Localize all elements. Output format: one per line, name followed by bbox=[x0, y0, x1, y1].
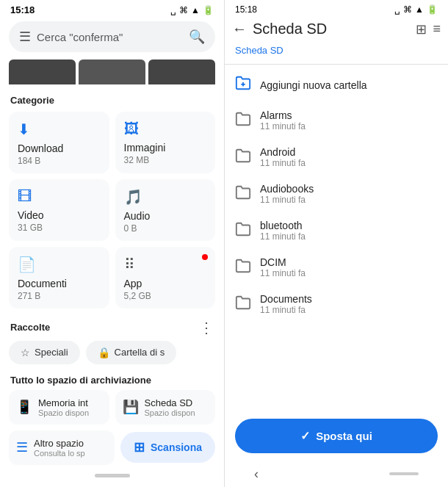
file-item-audiobooks[interactable]: Audiobooks 11 minuti fa bbox=[225, 176, 448, 212]
altro-icon: ☰ bbox=[16, 439, 28, 455]
download-icon: ⬇ bbox=[18, 120, 101, 138]
altro-sub: Consulta lo sp bbox=[34, 449, 85, 458]
file-item-android[interactable]: Android 11 minuti fa bbox=[225, 139, 448, 176]
cat-name-immagini: Immagini bbox=[124, 142, 207, 154]
raccolte-header: Raccolte ⋮ bbox=[0, 311, 224, 341]
category-card-download[interactable]: ⬇ Download 184 B bbox=[9, 112, 109, 173]
file-item-bluetooth[interactable]: bluetooth 11 minuti fa bbox=[225, 212, 448, 249]
category-card-immagini[interactable]: 🖼 Immagini 32 MB bbox=[115, 112, 216, 173]
collection-chip-cartella[interactable]: 🔒 Cartella di s bbox=[86, 341, 177, 364]
alarms-details: Alarms 11 minuti fa bbox=[260, 109, 306, 131]
folder-bluetooth-icon bbox=[235, 221, 251, 241]
cat-size-audio: 0 B bbox=[124, 223, 207, 234]
right-panel: 15:18 ␣ ⌘ ▲ 🔋 ← Scheda SD ⊞ ≡ Scheda SD bbox=[224, 0, 448, 487]
back-button[interactable]: ← bbox=[232, 21, 247, 37]
storage-title: Tutto lo spazio di archiviazione bbox=[0, 370, 224, 390]
search-placeholder: Cerca "conferma" bbox=[37, 31, 183, 43]
app-icon: ⠿ bbox=[124, 256, 207, 273]
sort-menu-icon[interactable]: ≡ bbox=[433, 21, 441, 37]
file-item-new-folder[interactable]: Aggiungi nuova cartella bbox=[225, 68, 448, 102]
search-bar[interactable]: ☰ Cerca "conferma" 🔍 bbox=[9, 21, 215, 52]
thumb-3[interactable] bbox=[148, 59, 215, 84]
move-button[interactable]: ✓ Sposta qui bbox=[235, 419, 438, 453]
dcim-details: DCIM 11 minuti fa bbox=[260, 256, 306, 278]
bluetooth-details: bluetooth 11 minuti fa bbox=[260, 220, 306, 242]
cat-name-video: Video bbox=[18, 209, 101, 221]
lock-icon: 🔒 bbox=[98, 347, 110, 358]
search-icon[interactable]: 🔍 bbox=[189, 29, 205, 45]
storage-card-scheda[interactable]: 💾 Scheda SD Spazio dispon bbox=[115, 390, 216, 425]
add-folder-icon bbox=[235, 75, 251, 95]
new-folder-details: Aggiungi nuova cartella bbox=[260, 79, 367, 91]
cat-size-download: 184 B bbox=[18, 156, 101, 166]
cat-name-audio: Audio bbox=[124, 210, 207, 222]
audiobooks-meta: 11 minuti fa bbox=[260, 195, 314, 205]
thumb-2[interactable] bbox=[79, 59, 145, 84]
move-label: Sposta qui bbox=[316, 430, 372, 442]
cat-size-documenti: 271 B bbox=[18, 291, 101, 301]
category-card-audio[interactable]: 🎵 Audio 0 B bbox=[115, 179, 216, 241]
scan-label: Scansiona bbox=[151, 441, 202, 453]
storage-grid: 📱 Memoria int Spazio dispon 💾 Scheda SD … bbox=[0, 390, 224, 425]
storage-name-memoria: Memoria int bbox=[38, 397, 89, 408]
collections-row: ☆ Speciali 🔒 Cartella di s bbox=[0, 341, 224, 364]
file-list: Aggiungi nuova cartella Alarms 11 minuti… bbox=[225, 65, 448, 411]
right-status-icons: ␣ ⌘ ▲ 🔋 bbox=[394, 4, 438, 15]
category-card-documenti[interactable]: 📄 Documenti 271 B bbox=[9, 247, 109, 309]
checkmark-icon: ✓ bbox=[300, 429, 310, 443]
bluetooth-meta: 11 minuti fa bbox=[260, 231, 306, 242]
altro-card[interactable]: ☰ Altro spazio Consulta lo sp bbox=[9, 430, 115, 465]
storage-sub-scheda: Spazio dispon bbox=[145, 408, 195, 417]
grid-view-icon[interactable]: ⊞ bbox=[416, 21, 427, 37]
breadcrumb-link[interactable]: Scheda SD bbox=[235, 45, 283, 56]
right-bottom-nav: ‹ bbox=[225, 461, 448, 487]
immagini-icon: 🖼 bbox=[124, 120, 207, 137]
left-panel: 15:18 ␣ ⌘ ▲ 🔋 ☰ Cerca "conferma" 🔍 Categ… bbox=[0, 0, 224, 487]
categories-title: Categorie bbox=[0, 93, 224, 112]
raccolte-more-button[interactable]: ⋮ bbox=[199, 319, 214, 336]
r-signal-icon: ▲ bbox=[415, 4, 424, 15]
alarms-name: Alarms bbox=[260, 109, 306, 121]
collection-chip-speciali[interactable]: ☆ Speciali bbox=[9, 341, 80, 364]
altro-info: Altro spazio Consulta lo sp bbox=[34, 438, 85, 458]
scan-icon: ⊞ bbox=[134, 439, 145, 455]
nav-back-button[interactable]: ‹ bbox=[254, 466, 259, 482]
r-wifi-icon: ⌘ bbox=[403, 4, 412, 15]
collection-name-cartella: Cartella di s bbox=[115, 347, 165, 358]
cat-size-video: 31 GB bbox=[18, 223, 101, 233]
file-item-dcim[interactable]: DCIM 11 minuti fa bbox=[225, 249, 448, 286]
documents-meta: 11 minuti fa bbox=[260, 305, 312, 315]
app-notification-dot bbox=[202, 254, 208, 260]
right-status-bar: 15:18 ␣ ⌘ ▲ 🔋 bbox=[225, 0, 448, 16]
left-status-icons: ␣ ⌘ ▲ 🔋 bbox=[170, 5, 214, 15]
scan-button[interactable]: ⊞ Scansiona bbox=[120, 432, 215, 463]
star-icon: ☆ bbox=[21, 347, 30, 358]
category-card-app[interactable]: ⠿ App 5,2 GB bbox=[115, 247, 216, 309]
storage-info-scheda: Scheda SD Spazio dispon bbox=[145, 397, 195, 417]
file-item-alarms[interactable]: Alarms 11 minuti fa bbox=[225, 102, 448, 139]
file-item-documents[interactable]: Documents 11 minuti fa bbox=[225, 286, 448, 322]
cat-name-app: App bbox=[124, 278, 207, 289]
dcim-meta: 11 minuti fa bbox=[260, 268, 306, 278]
raccolte-title: Raccolte bbox=[10, 322, 50, 333]
android-name: Android bbox=[260, 146, 306, 158]
category-card-video[interactable]: 🎞 Video 31 GB bbox=[9, 179, 109, 241]
phone-icon: 📱 bbox=[16, 399, 32, 415]
hamburger-icon[interactable]: ☰ bbox=[19, 29, 31, 45]
left-nav-pill bbox=[95, 474, 130, 477]
thumb-1[interactable] bbox=[9, 59, 76, 84]
folder-audiobooks-icon bbox=[235, 184, 251, 204]
cat-size-app: 5,2 GB bbox=[124, 291, 207, 301]
right-nav-pill bbox=[389, 472, 419, 475]
alarms-meta: 11 minuti fa bbox=[260, 121, 306, 131]
storage-name-scheda: Scheda SD bbox=[145, 397, 195, 408]
folder-alarms-icon bbox=[235, 111, 251, 131]
left-bottom-nav bbox=[0, 465, 224, 487]
bluetooth-name: bluetooth bbox=[260, 220, 306, 231]
right-time: 15:18 bbox=[235, 4, 257, 15]
right-header: ← Scheda SD ⊞ ≡ bbox=[225, 16, 448, 43]
storage-card-memoria[interactable]: 📱 Memoria int Spazio dispon bbox=[9, 390, 109, 425]
video-icon: 🎞 bbox=[18, 188, 101, 205]
folder-dcim-icon bbox=[235, 258, 251, 278]
documenti-icon: 📄 bbox=[18, 256, 101, 273]
